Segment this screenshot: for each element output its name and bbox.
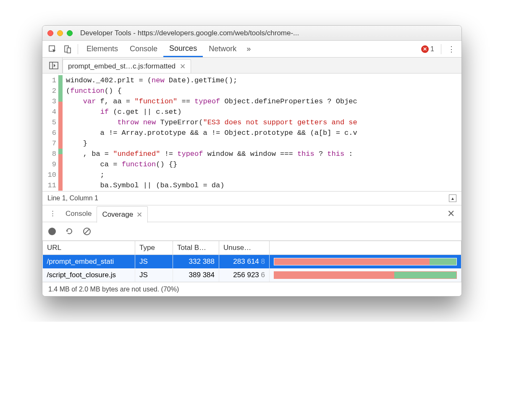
svg-line-6 <box>84 229 89 234</box>
col-url[interactable]: URL <box>43 241 135 255</box>
drawer-tab-coverage[interactable]: Coverage ✕ <box>97 206 148 223</box>
error-icon: ✕ <box>421 45 429 53</box>
editor-status-bar: Line 1, Column 1 ▲ <box>42 191 461 205</box>
drawer-tab-label: Coverage <box>102 210 133 219</box>
col-total[interactable]: Total B… <box>173 241 219 255</box>
error-indicator[interactable]: ✕ 1 <box>421 45 434 53</box>
drawer-tab-console[interactable]: Console <box>60 205 97 222</box>
zoom-window-button[interactable] <box>67 30 73 36</box>
col-type[interactable]: Type <box>135 241 173 255</box>
coverage-row[interactable]: /prompt_embed_statiJS332 388283 614 8 <box>43 255 461 269</box>
device-toolbar-icon[interactable] <box>60 45 75 53</box>
close-file-tab-icon[interactable]: ✕ <box>180 62 186 71</box>
drawer-tabbar: ⋮ Console Coverage ✕ ✕ <box>42 205 461 222</box>
code-editor[interactable]: 1234567891011 window._402.prlt = (new Da… <box>42 74 461 191</box>
coverage-gutter <box>58 74 63 191</box>
coverage-table: URL Type Total B… Unuse… /prompt_embed_s… <box>42 241 461 282</box>
inspect-element-icon[interactable] <box>45 45 60 53</box>
devtools-window: Developer Tools - https://developers.goo… <box>42 25 462 297</box>
coverage-row[interactable]: /script_foot_closure.jsJS389 384256 923 … <box>43 268 461 282</box>
minimize-window-button[interactable] <box>57 30 63 36</box>
file-tab-label: prompt_embed_st…c.js:formatted <box>68 62 176 71</box>
drawer-menu-icon[interactable]: ⋮ <box>45 209 60 218</box>
col-unused[interactable]: Unuse… <box>219 241 270 255</box>
close-drawer-tab-icon[interactable]: ✕ <box>136 210 142 219</box>
collapse-drawer-icon[interactable]: ▲ <box>449 194 456 202</box>
line-gutter: 1234567891011 <box>42 74 58 191</box>
col-bar[interactable] <box>270 241 461 255</box>
tabs-overflow-icon[interactable]: » <box>242 45 255 53</box>
clear-icon[interactable] <box>83 227 91 236</box>
settings-kebab-icon[interactable]: ⋮ <box>444 45 459 54</box>
reload-icon[interactable] <box>65 227 73 236</box>
file-tab[interactable]: prompt_embed_st…c.js:formatted ✕ <box>63 59 191 73</box>
titlebar: Developer Tools - https://developers.goo… <box>42 26 461 41</box>
tab-console[interactable]: Console <box>124 41 163 57</box>
main-tabbar: Elements Console Sources Network » ✕ 1 ⋮ <box>42 41 461 58</box>
traffic-lights <box>47 30 73 36</box>
coverage-summary: 1.4 MB of 2.0 MB bytes are not used. (70… <box>42 282 461 296</box>
coverage-header-row: URL Type Total B… Unuse… <box>43 241 461 255</box>
coverage-summary-text: 1.4 MB of 2.0 MB bytes are not used. (70… <box>48 286 179 293</box>
svg-rect-2 <box>67 48 71 53</box>
tab-elements[interactable]: Elements <box>81 41 124 57</box>
navigator-toggle-icon[interactable] <box>45 58 63 73</box>
window-title: Developer Tools - https://developers.goo… <box>80 29 299 37</box>
code-content[interactable]: window._402.prlt = (new Date).getTime();… <box>63 74 461 191</box>
record-button[interactable] <box>48 228 56 235</box>
coverage-toolbar <box>42 222 461 241</box>
tab-sources[interactable]: Sources <box>163 41 203 57</box>
cursor-position: Line 1, Column 1 <box>47 194 98 202</box>
close-drawer-icon[interactable]: ✕ <box>443 208 459 219</box>
close-window-button[interactable] <box>47 30 53 36</box>
error-count: 1 <box>430 45 434 53</box>
tab-network[interactable]: Network <box>203 41 242 57</box>
file-tabs-row: prompt_embed_st…c.js:formatted ✕ <box>42 58 461 74</box>
